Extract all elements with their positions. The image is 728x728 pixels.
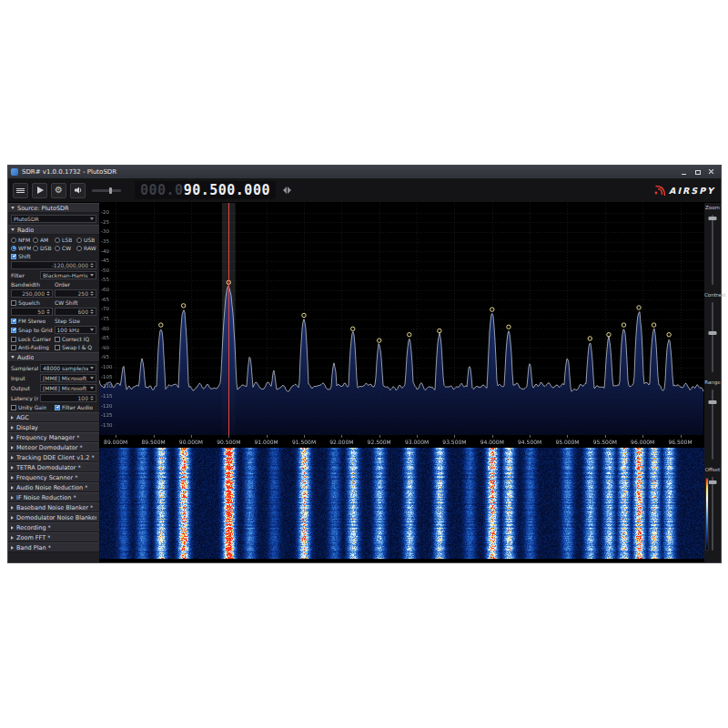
- range-slider-label: Range: [704, 379, 721, 385]
- unity-gain-checkbox[interactable]: [11, 405, 16, 410]
- mode-label: AM: [40, 237, 48, 243]
- source-panel-header[interactable]: Source: PlutoSDR: [8, 203, 99, 213]
- zoom-slider-thumb[interactable]: [709, 217, 717, 220]
- panel-header-audio-noise-reduction[interactable]: Audio Noise Reduction *: [8, 482, 99, 492]
- collapse-right-icon: [11, 446, 14, 450]
- panel-header-zoom-fft[interactable]: Zoom FFT *: [8, 532, 99, 542]
- panel-label: Recording *: [16, 524, 51, 531]
- range-slider-thumb[interactable]: [709, 400, 717, 404]
- mode-lsb[interactable]: LSB: [55, 237, 75, 243]
- panel-label: Audio Noise Reduction *: [16, 484, 87, 491]
- panel-header-tracking-dde-client-v1-2[interactable]: Tracking DDE Client v1.2 *: [8, 452, 99, 462]
- collapsed-panel-list: AGCDisplayFrequency Manager *Meteor Demo…: [8, 412, 99, 552]
- swap-iq-checkbox[interactable]: [55, 345, 60, 350]
- fm-stereo-checkbox[interactable]: [11, 318, 16, 324]
- squelch-field[interactable]: 50: [11, 308, 53, 316]
- panel-header-baseband-noise-blanker[interactable]: Baseband Noise Blanker *: [8, 502, 99, 512]
- panel-header-frequency-manager[interactable]: Frequency Manager *: [8, 432, 99, 442]
- contrast-slider-thumb[interactable]: [709, 331, 717, 335]
- shift-checkbox[interactable]: [11, 254, 16, 259]
- panel-header-meteor-demodulator[interactable]: Meteor Demodulator *: [8, 442, 99, 452]
- panel-header-frequency-scanner[interactable]: Frequency Scanner *: [8, 472, 99, 482]
- offset-slider[interactable]: [712, 477, 713, 551]
- radio-button-icon: [76, 238, 82, 243]
- hamburger-icon: [16, 188, 25, 189]
- anti-fading-label: Anti-Fading: [18, 344, 49, 350]
- collapse-right-icon: [11, 486, 14, 490]
- panel-header-agc[interactable]: AGC: [8, 412, 99, 422]
- frequency-display[interactable]: 000.090.500.000: [135, 181, 276, 199]
- mode-dsb[interactable]: DSB: [33, 245, 53, 251]
- maximize-button[interactable]: [691, 166, 704, 178]
- mode-usb[interactable]: USB: [76, 237, 96, 243]
- panel-label: Demodulator Noise Blanker *: [16, 514, 96, 521]
- mode-label: CW: [62, 245, 71, 251]
- panel-label: Meteor Demodulator *: [16, 444, 83, 451]
- mute-button[interactable]: [70, 183, 86, 198]
- panel-header-display[interactable]: Display: [8, 422, 99, 432]
- order-field[interactable]: 250: [55, 289, 96, 298]
- range-slider[interactable]: [712, 389, 713, 460]
- source-device-select[interactable]: PlutoSDR: [11, 215, 96, 223]
- menu-button[interactable]: [13, 183, 28, 198]
- panel-label: Frequency Scanner *: [16, 474, 78, 481]
- panel-label: Frequency Manager *: [16, 434, 79, 441]
- waterfall-display[interactable]: [99, 448, 704, 559]
- audio-panel-header[interactable]: Audio: [8, 352, 99, 362]
- offset-slider-label: Offset: [704, 467, 721, 472]
- settings-button[interactable]: ⚙: [51, 183, 66, 198]
- step-up-icon: [288, 187, 291, 194]
- filter-audio-checkbox[interactable]: [55, 405, 60, 410]
- chevron-down-icon: [90, 377, 94, 379]
- close-button[interactable]: [704, 166, 718, 178]
- panel-header-tetra-demodulator[interactable]: TETRA Demodulator *: [8, 462, 99, 472]
- content-area: Source: PlutoSDR PlutoSDR Radio NFMAMLSB…: [8, 203, 721, 562]
- correct-iq-checkbox[interactable]: [55, 337, 60, 342]
- panel-label: Band Plan *: [16, 544, 51, 551]
- latency-label: Latency (ms): [11, 395, 38, 401]
- collapse-down-icon: [11, 356, 15, 359]
- squelch-label: Squelch: [18, 299, 40, 306]
- toolbar: ⚙ 000.090.500.000 AIRSPY: [8, 178, 721, 203]
- shift-value-field[interactable]: -120,000,000: [11, 261, 96, 269]
- volume-slider[interactable]: [92, 189, 121, 192]
- gear-icon: ⚙: [55, 186, 63, 195]
- mode-raw[interactable]: RAW: [76, 245, 96, 251]
- zoom-slider[interactable]: [712, 215, 713, 285]
- anti-fading-checkbox[interactable]: [11, 345, 16, 350]
- step-size-select[interactable]: 100 kHz: [55, 326, 96, 334]
- audio-output-select[interactable]: [MME] Microsoft S...: [40, 384, 96, 392]
- filter-audio-label: Filter Audio: [62, 404, 93, 410]
- contrast-slider[interactable]: [712, 302, 713, 372]
- frequency-step-buttons[interactable]: [283, 187, 291, 194]
- mode-nfm[interactable]: NFM: [11, 237, 31, 243]
- squelch-checkbox[interactable]: [11, 300, 16, 306]
- cw-shift-field[interactable]: 600: [55, 308, 96, 316]
- minimize-button[interactable]: [677, 166, 691, 178]
- play-button[interactable]: [32, 183, 47, 198]
- filter-select[interactable]: Blackman-Harris 4: [40, 271, 96, 279]
- right-controls: Zoom Contrast Range Offset: [704, 203, 721, 562]
- mode-label: USB: [84, 237, 95, 243]
- offset-slider-thumb[interactable]: [709, 480, 717, 484]
- audio-input-select[interactable]: [MME] Microsoft S...: [40, 374, 96, 382]
- latency-field[interactable]: 100: [40, 394, 96, 402]
- snap-to-grid-checkbox[interactable]: [11, 328, 16, 333]
- mode-cw[interactable]: CW: [55, 245, 75, 251]
- samplerate-select[interactable]: 48000 sample/sec: [40, 364, 96, 372]
- panel-header-recording[interactable]: Recording *: [8, 522, 99, 532]
- volume-slider-thumb[interactable]: [109, 187, 112, 194]
- minimize-icon: [682, 174, 686, 175]
- lock-carrier-checkbox[interactable]: [11, 337, 16, 342]
- mode-wfm[interactable]: WFM: [11, 245, 31, 251]
- fft-spectrum-display[interactable]: [99, 203, 704, 446]
- panel-header-band-plan[interactable]: Band Plan *: [8, 542, 99, 552]
- bandwidth-field[interactable]: 250,000: [11, 289, 53, 298]
- title-bar[interactable]: SDR# v1.0.0.1732 - PlutoSDR: [8, 166, 721, 178]
- mode-am[interactable]: AM: [33, 237, 53, 243]
- zoom-slider-label: Zoom: [704, 205, 721, 210]
- panel-header-if-noise-reduction[interactable]: IF Noise Reduction *: [8, 492, 99, 502]
- radio-button-icon: [76, 246, 82, 251]
- radio-panel-header[interactable]: Radio: [8, 225, 99, 235]
- panel-header-demodulator-noise-blanker[interactable]: Demodulator Noise Blanker *: [8, 512, 99, 522]
